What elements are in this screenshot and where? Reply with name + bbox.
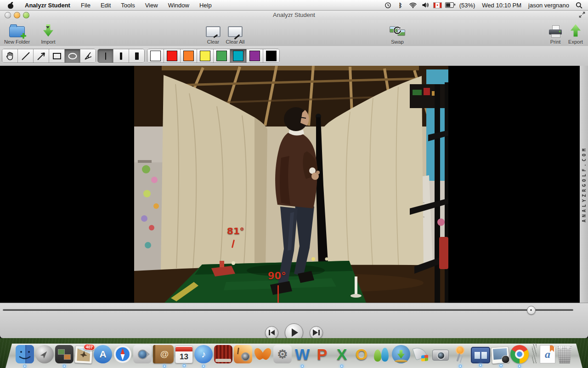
menu-window[interactable]: Window	[163, 2, 194, 9]
import-button[interactable]: Import	[34, 23, 62, 45]
apple-menu-icon[interactable]	[7, 2, 14, 9]
fullscreen-icon[interactable]	[579, 12, 585, 20]
clear-icon	[206, 23, 220, 38]
clear-all-button[interactable]: Clear All	[221, 23, 249, 45]
desktop-wallpaper: 407A@13♪⚙WPXOa	[0, 338, 588, 368]
tool-group	[2, 49, 96, 63]
dock-item-mail[interactable]: 407	[74, 345, 93, 364]
dock-item-document[interactable]: a	[540, 345, 555, 363]
dock-item-messenger[interactable]	[372, 345, 390, 363]
dock-item-remotedesktop[interactable]	[412, 345, 430, 363]
dock-item-itunes[interactable]: ♪	[194, 345, 213, 363]
menu-bar-clock[interactable]: Wed 10:10 PM	[480, 2, 523, 9]
timeline-scrubber-track[interactable]	[3, 309, 573, 311]
menu-edit[interactable]: Edit	[96, 2, 116, 9]
thickness-medium[interactable]	[113, 49, 129, 63]
dock-item-powerpoint[interactable]: P	[313, 345, 331, 363]
thickness-group	[97, 49, 145, 63]
tool-line[interactable]	[18, 49, 34, 63]
previous-frame-button[interactable]	[265, 326, 278, 339]
dock-item-facetime[interactable]	[133, 345, 152, 363]
color-swatch-#47a655[interactable]	[214, 49, 230, 63]
import-dropdown-caret	[46, 26, 50, 29]
new-folder-button[interactable]: New Folder	[3, 23, 31, 45]
time-machine-icon[interactable]	[384, 0, 393, 10]
running-indicator	[518, 365, 521, 368]
dock-item-sysprefs[interactable]: ⚙	[273, 345, 292, 363]
thickness-thin[interactable]	[98, 49, 113, 63]
dock-item-analyzr[interactable]	[491, 346, 509, 364]
dock-item-viewer[interactable]	[471, 347, 490, 363]
wifi-icon[interactable]	[408, 0, 418, 10]
angle-annotation-81[interactable]: 81°	[227, 225, 244, 236]
dock-item-safari[interactable]	[113, 345, 132, 363]
playback-control-bar	[0, 303, 588, 338]
menu-help[interactable]: Help	[194, 2, 217, 9]
dock-item-photobooth[interactable]	[214, 345, 232, 363]
export-button[interactable]: Export	[561, 23, 588, 45]
swap-button[interactable]: Swap	[383, 23, 412, 45]
export-icon	[571, 23, 581, 38]
menu-items: FileEditToolsViewWindowHelp	[76, 2, 217, 9]
dock-item-appstore[interactable]: A	[94, 345, 112, 363]
dock-item-launchpad[interactable]	[35, 345, 54, 363]
menu-file[interactable]: File	[76, 2, 96, 9]
color-swatch-#000000[interactable]	[263, 49, 279, 63]
swap-icon	[390, 23, 405, 38]
tool-arrow[interactable]	[34, 49, 49, 63]
timeline-scrubber-thumb[interactable]	[527, 306, 536, 315]
video-canvas[interactable]: 81° 90° ANALYZRGOLF.COM	[0, 66, 588, 303]
menu-bar-username[interactable]: jason vergnano	[526, 2, 571, 9]
calendar-day: 13	[180, 351, 188, 362]
menu-tools[interactable]: Tools	[116, 2, 140, 9]
color-swatch-#00a9c0[interactable]	[230, 49, 247, 63]
dock-item-trash[interactable]	[557, 346, 572, 363]
window-title: Analyzr Student	[0, 10, 588, 20]
color-swatch-#8c2e96[interactable]	[247, 49, 263, 63]
color-swatch-#f51d14[interactable]	[164, 49, 181, 63]
running-indicator	[63, 365, 66, 368]
running-indicator	[301, 365, 304, 368]
skip-back-icon	[271, 330, 275, 335]
dock-item-outlook[interactable]: O	[352, 345, 371, 363]
app-menu-title[interactable]: Analyzr Student	[21, 2, 76, 9]
tool-rectangle[interactable]	[49, 49, 65, 63]
dock-item-iphoto[interactable]	[234, 345, 252, 363]
battery-icon[interactable]	[445, 0, 454, 10]
tool-hand[interactable]	[2, 49, 18, 63]
running-indicator	[479, 364, 482, 367]
running-indicator	[23, 365, 26, 368]
angle-annotation-90[interactable]: 90°	[268, 270, 286, 282]
dock-item-chrome[interactable]	[510, 345, 529, 363]
play-button[interactable]	[285, 323, 303, 338]
clear-all-icon	[228, 23, 243, 38]
dock-item-addressbook[interactable]: @	[153, 345, 174, 363]
thickness-thick[interactable]	[129, 49, 144, 63]
tool-angle[interactable]	[80, 49, 96, 63]
next-frame-button[interactable]	[310, 326, 323, 339]
color-swatch-#f9ef48[interactable]	[197, 49, 214, 63]
tool-ellipse[interactable]	[65, 49, 80, 63]
dock-item-keychain[interactable]	[451, 345, 469, 363]
dock-item-desktop[interactable]	[55, 345, 74, 363]
dock-item-excel[interactable]: X	[333, 345, 351, 363]
dock-item-calendar[interactable]: 13	[175, 345, 193, 363]
spotlight-icon[interactable]	[574, 0, 583, 10]
dock-item-word[interactable]: W	[293, 345, 311, 363]
dock-item-finder[interactable]	[16, 345, 34, 363]
bluetooth-icon[interactable]: ᛒ	[396, 0, 405, 10]
dock-item-butterfly[interactable]	[254, 345, 272, 363]
drawing-toolbar	[0, 46, 588, 66]
battery-percent: (53%)	[458, 2, 477, 9]
input-source-flag-icon[interactable]	[433, 2, 442, 8]
color-swatch-#f97e27[interactable]	[181, 49, 197, 63]
volume-icon[interactable]	[421, 0, 430, 10]
dock-item-camera[interactable]	[431, 345, 450, 363]
title-bar[interactable]: Analyzr Student	[0, 10, 588, 20]
main-toolbar: New Folder Import Clear Clear All	[0, 20, 588, 46]
color-swatch-#ffffff[interactable]	[147, 49, 164, 63]
analyzr-window: Analyzr Student New Folder Import Clear …	[0, 10, 588, 338]
menu-view[interactable]: View	[140, 2, 163, 9]
dock-item-downloads[interactable]	[392, 345, 410, 363]
skip-forward-icon	[313, 329, 318, 336]
